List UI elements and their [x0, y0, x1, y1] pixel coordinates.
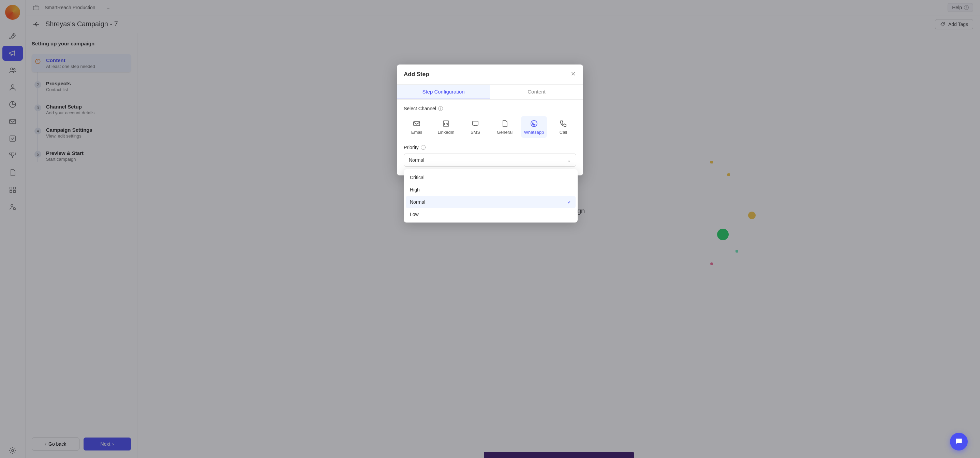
channel-linkedin[interactable]: LinkedIn — [433, 116, 459, 138]
sms-icon — [471, 120, 479, 128]
linkedin-icon — [442, 120, 450, 128]
priority-option-normal[interactable]: Normal ✓ — [406, 196, 576, 208]
select-channel-label: Select Channel i — [404, 106, 576, 111]
priority-label: Priority i — [404, 145, 576, 150]
close-icon — [570, 71, 576, 77]
svg-rect-18 — [473, 121, 478, 125]
priority-dropdown: Critical High Normal ✓ Low — [404, 169, 578, 222]
phone-icon — [559, 120, 567, 128]
add-step-modal: Add Step Step Configuration Content Sele… — [397, 64, 583, 176]
tab-content[interactable]: Content — [490, 85, 583, 99]
chevron-down-icon: ⌄ — [567, 157, 571, 163]
modal-close-button[interactable] — [570, 70, 576, 79]
whatsapp-icon — [530, 120, 538, 128]
channel-whatsapp[interactable]: Whatsapp — [521, 116, 547, 138]
svg-point-19 — [531, 120, 537, 127]
priority-option-low[interactable]: Low — [406, 208, 576, 220]
channel-sms[interactable]: SMS — [462, 116, 488, 138]
info-icon: i — [438, 106, 443, 111]
info-icon: i — [421, 145, 426, 150]
chat-fab[interactable] — [950, 433, 968, 450]
chat-icon — [955, 437, 963, 446]
modal-title: Add Step — [404, 71, 429, 78]
channel-general[interactable]: General — [492, 116, 518, 138]
channel-email[interactable]: Email — [404, 116, 430, 138]
modal-overlay[interactable]: Add Step Step Configuration Content Sele… — [0, 0, 980, 458]
priority-option-high[interactable]: High — [406, 184, 576, 196]
channel-call[interactable]: Call — [550, 116, 576, 138]
mail-icon — [413, 120, 421, 128]
file-icon — [501, 120, 509, 128]
priority-option-critical[interactable]: Critical — [406, 171, 576, 184]
tab-step-configuration[interactable]: Step Configuration — [397, 85, 490, 99]
priority-select[interactable]: Normal ⌄ — [404, 153, 576, 166]
check-icon: ✓ — [567, 199, 571, 205]
svg-rect-16 — [414, 121, 420, 126]
